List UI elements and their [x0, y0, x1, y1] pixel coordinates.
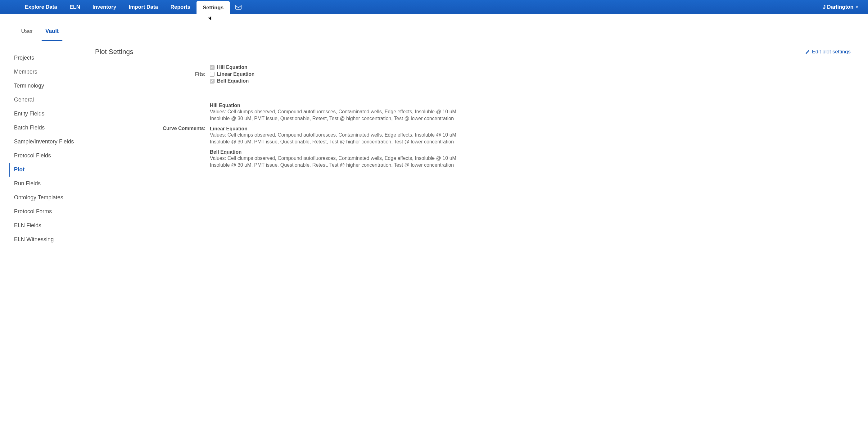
top-navigation: Explore Data ELN Inventory Import Data R… — [0, 0, 868, 14]
checkbox-linear[interactable] — [210, 72, 215, 77]
sidebar-item-general[interactable]: General — [9, 93, 86, 107]
fit-bell-label: Bell Equation — [217, 78, 249, 84]
sidebar-item-projects[interactable]: Projects — [9, 51, 86, 65]
sidebar-item-members[interactable]: Members — [9, 65, 86, 79]
sidebar-item-eln-witnessing[interactable]: ELN Witnessing — [9, 232, 86, 247]
edit-plot-settings-label: Edit plot settings — [812, 49, 850, 55]
nav-spacer — [247, 0, 823, 14]
sidebar-item-protocol-forms[interactable]: Protocol Forms — [9, 204, 86, 219]
svg-rect-0 — [236, 5, 241, 9]
curve-comments-values: Hill Equation Values: Cell clumps observ… — [210, 103, 464, 173]
curve-comment-linear-values: Values: Cell clumps observed, Compound a… — [210, 132, 464, 145]
curve-comment-bell-values: Values: Cell clumps observed, Compound a… — [210, 155, 464, 168]
settings-sidebar: Projects Members Terminology General Ent… — [9, 41, 86, 447]
sidebar-item-terminology[interactable]: Terminology — [9, 79, 86, 93]
checkbox-bell[interactable] — [210, 79, 215, 84]
tab-vault[interactable]: Vault — [39, 25, 65, 41]
nav-eln[interactable]: ELN — [63, 0, 86, 14]
sidebar-item-entity-fields[interactable]: Entity Fields — [9, 107, 86, 121]
settings-content: Plot Settings Edit plot settings Fits: H… — [86, 41, 859, 447]
sidebar-item-eln-fields[interactable]: ELN Fields — [9, 219, 86, 232]
subtabs: User Vault — [9, 25, 859, 41]
content-header: Plot Settings Edit plot settings — [95, 48, 850, 56]
fits-section: Fits: Hill Equation Linear Equation Bell… — [95, 56, 850, 94]
fits-values: Hill Equation Linear Equation Bell Equat… — [210, 65, 464, 85]
curve-comments-label: Curve Comments: — [95, 103, 210, 173]
fits-label: Fits: — [95, 65, 210, 85]
sidebar-item-ontology-templates[interactable]: Ontology Templates — [9, 191, 86, 204]
mail-icon[interactable] — [230, 0, 247, 14]
sidebar-item-plot[interactable]: Plot — [9, 163, 86, 177]
curve-comment-hill-title: Hill Equation — [210, 103, 464, 108]
main-layout: Projects Members Terminology General Ent… — [0, 41, 868, 447]
nav-import-data[interactable]: Import Data — [122, 0, 164, 14]
nav-settings[interactable]: Settings — [196, 1, 230, 14]
nav-reports[interactable]: Reports — [164, 0, 196, 14]
user-name: J Darlington — [823, 4, 854, 10]
sidebar-item-protocol-fields[interactable]: Protocol Fields — [9, 149, 86, 163]
sidebar-item-run-fields[interactable]: Run Fields — [9, 177, 86, 191]
edit-plot-settings-link[interactable]: Edit plot settings — [805, 49, 850, 55]
sidebar-item-batch-fields[interactable]: Batch Fields — [9, 121, 86, 135]
checkbox-hill[interactable] — [210, 65, 215, 70]
fit-hill-row: Hill Equation — [210, 65, 464, 70]
pencil-icon — [805, 50, 810, 54]
page-title: Plot Settings — [95, 48, 133, 56]
curve-comment-hill: Hill Equation Values: Cell clumps observ… — [210, 103, 464, 122]
fit-bell-row: Bell Equation — [210, 78, 464, 84]
fit-linear-row: Linear Equation — [210, 71, 464, 77]
curve-comment-linear-title: Linear Equation — [210, 126, 464, 132]
tab-user[interactable]: User — [15, 25, 39, 41]
nav-explore-data[interactable]: Explore Data — [19, 0, 63, 14]
subtabs-container: User Vault — [9, 14, 859, 41]
fit-linear-label: Linear Equation — [217, 71, 254, 77]
user-menu[interactable]: J Darlington ▼ — [823, 0, 859, 14]
curve-comment-bell: Bell Equation Values: Cell clumps observ… — [210, 149, 464, 168]
nav-inventory[interactable]: Inventory — [86, 0, 123, 14]
curve-comments-section: Curve Comments: Hill Equation Values: Ce… — [95, 94, 850, 182]
curve-comment-bell-title: Bell Equation — [210, 149, 464, 155]
curve-comment-linear: Linear Equation Values: Cell clumps obse… — [210, 126, 464, 145]
curve-comment-hill-values: Values: Cell clumps observed, Compound a… — [210, 108, 464, 122]
fit-hill-label: Hill Equation — [217, 65, 247, 70]
chevron-down-icon: ▼ — [855, 5, 859, 9]
sidebar-item-sample-inventory-fields[interactable]: Sample/Inventory Fields — [9, 135, 86, 149]
